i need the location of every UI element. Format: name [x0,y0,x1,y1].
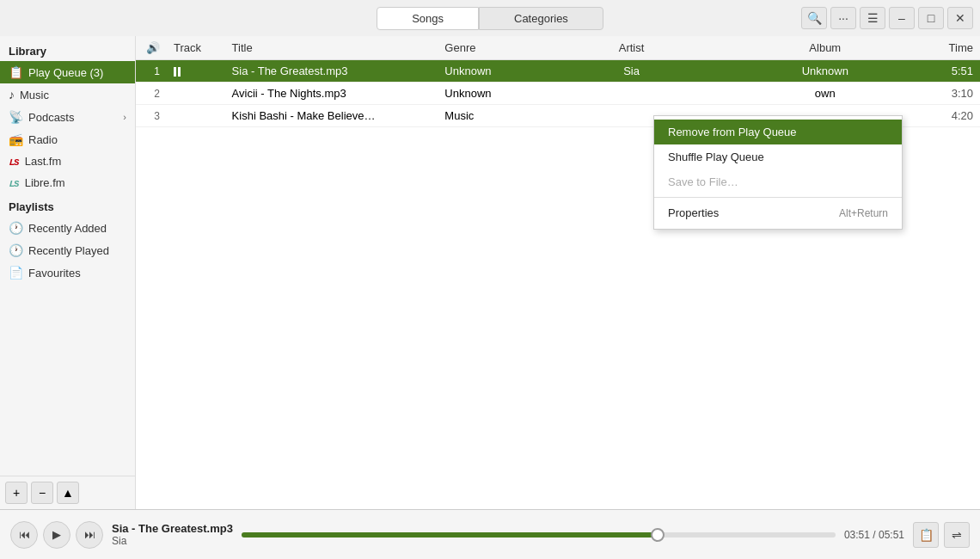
music-label: Music [20,89,49,101]
context-menu-item-properties[interactable]: Properties Alt+Return [654,200,902,225]
context-menu-item-save: Save to File… [654,169,902,194]
col-header-artist[interactable]: Artist [535,36,728,60]
next-button[interactable]: ⏭ [76,521,103,549]
col-header-genre[interactable]: Genre [438,36,535,60]
track-table: 🔊 Track Title Genre Artist Album Time 1 [136,36,980,127]
librefm-label: Libre.fm [25,176,65,189]
row-title: Kishi Bashi - Make Believe… [225,105,438,127]
progress-thumb[interactable] [651,528,665,542]
tab-categories[interactable]: Categories [479,7,603,30]
recently-added-label: Recently Added [28,222,107,235]
sidebar-item-podcasts[interactable]: 📡 Podcasts › [0,106,135,128]
remove-playlist-button[interactable]: − [31,482,53,504]
lastfm-label: Last.fm [25,155,62,168]
sidebar-item-librefm[interactable]: ʟs Libre.fm [0,172,135,194]
player-title: Sia - The Greatest.mp3 [112,522,233,535]
player-artist: Sia [112,535,233,547]
play-pause-button[interactable]: ▶ [43,521,70,549]
row-artist [535,83,728,105]
row-time: 3:10 [922,83,980,105]
more-button[interactable]: ··· [830,7,856,29]
row-time: 5:51 [922,60,980,83]
row-track [167,105,225,127]
row-genre: Music [438,105,535,127]
col-header-album[interactable]: Album [728,36,922,60]
recently-played-label: Recently Played [28,244,109,257]
context-menu-item-shuffle[interactable]: Shuffle Play Queue [654,144,902,169]
progress-bar-fill [242,532,658,538]
player-time: 03:51 / 05:51 [844,529,904,541]
titlebar: Songs Categories 🔍 ··· ☰ – □ ✕ [0,0,980,36]
recently-played-icon: 🕐 [9,243,23,257]
librefm-icon: ʟs [9,177,20,189]
row-track [167,60,225,83]
player-progress-area [242,532,836,538]
volume-icon: 🔊 [146,41,160,54]
sidebar-item-music[interactable]: ♪ Music [0,83,135,106]
sidebar-item-lastfm[interactable]: ʟs Last.fm [0,150,135,172]
podcasts-expand-icon: › [123,112,126,122]
player-info: Sia - The Greatest.mp3 Sia [112,522,233,547]
context-menu-item-remove[interactable]: Remove from Play Queue [654,120,902,144]
row-genre: Unknown [438,83,535,105]
table-header-row: 🔊 Track Title Genre Artist Album Time [136,36,980,60]
favourites-icon: 📄 [9,266,23,280]
tab-songs[interactable]: Songs [377,7,479,30]
player-extra-buttons: 📋 ⇌ [913,522,970,548]
minimize-button[interactable]: – [889,7,915,29]
main-layout: Library 📋 Play Queue (3) ♪ Music 📡 Podca… [0,36,980,509]
sidebar-item-recently-added[interactable]: 🕐 Recently Added [0,217,135,239]
context-menu: Remove from Play Queue Shuffle Play Queu… [653,115,903,230]
playlists-label: Playlists [0,194,135,217]
row-num: 3 [136,105,167,127]
hamburger-button[interactable]: ☰ [860,7,885,29]
music-icon: ♪ [9,88,15,101]
table-row[interactable]: 2 Avicii - The Nights.mp3 Unknown own 3:… [136,83,980,105]
progress-bar[interactable] [242,532,836,538]
player-bar: ⏮ ▶ ⏭ Sia - The Greatest.mp3 Sia 03:51 /… [0,509,980,559]
recently-added-icon: 🕐 [9,221,23,235]
col-header-num: 🔊 [136,36,167,60]
row-album: own [728,83,922,105]
titlebar-controls: 🔍 ··· ☰ – □ ✕ [801,7,973,29]
playlist-button[interactable]: 📋 [913,522,939,548]
add-playlist-button[interactable]: + [5,482,28,504]
row-num: 1 [136,60,167,83]
play-queue-label: Play Queue (3) [28,66,103,79]
sidebar-item-recently-played[interactable]: 🕐 Recently Played [0,239,135,261]
sidebar-item-favourites[interactable]: 📄 Favourites [0,261,135,284]
row-genre: Unknown [438,60,535,83]
row-track [167,83,225,105]
context-menu-properties-shortcut: Alt+Return [839,207,888,219]
table-row[interactable]: 1 Sia - The Greatest.mp3 Unknown Sia Unk… [136,60,980,83]
row-time: 4:20 [922,105,980,127]
player-controls: ⏮ ▶ ⏭ [10,521,103,549]
close-button[interactable]: ✕ [947,7,973,29]
shuffle-button[interactable]: ⇌ [944,522,970,548]
podcasts-label: Podcasts [28,111,74,124]
library-label: Library [0,40,135,61]
context-menu-separator [654,197,902,198]
sidebar: Library 📋 Play Queue (3) ♪ Music 📡 Podca… [0,36,136,509]
favourites-label: Favourites [28,267,81,280]
row-title: Avicii - The Nights.mp3 [225,83,438,105]
sort-playlist-button[interactable]: ▲ [57,482,79,504]
prev-button[interactable]: ⏮ [10,521,38,549]
sidebar-bottom-actions: + − ▲ [0,476,135,509]
pause-icon [174,67,181,77]
radio-label: Radio [28,133,58,146]
sidebar-item-radio[interactable]: 📻 Radio [0,128,135,150]
radio-icon: 📻 [9,132,23,146]
sidebar-item-play-queue[interactable]: 📋 Play Queue (3) [0,61,135,83]
col-header-title[interactable]: Title [225,36,438,60]
maximize-button[interactable]: □ [918,7,944,29]
col-header-track[interactable]: Track [167,36,225,60]
content-area: 🔊 Track Title Genre Artist Album Time 1 [136,36,980,509]
search-button[interactable]: 🔍 [801,7,827,29]
play-queue-icon: 📋 [9,65,23,79]
col-header-time[interactable]: Time [922,36,980,60]
row-title: Sia - The Greatest.mp3 [225,60,438,83]
context-menu-save-label: Save to File… [668,175,738,188]
lastfm-icon: ʟs [9,156,20,168]
context-menu-remove-label: Remove from Play Queue [668,126,797,138]
